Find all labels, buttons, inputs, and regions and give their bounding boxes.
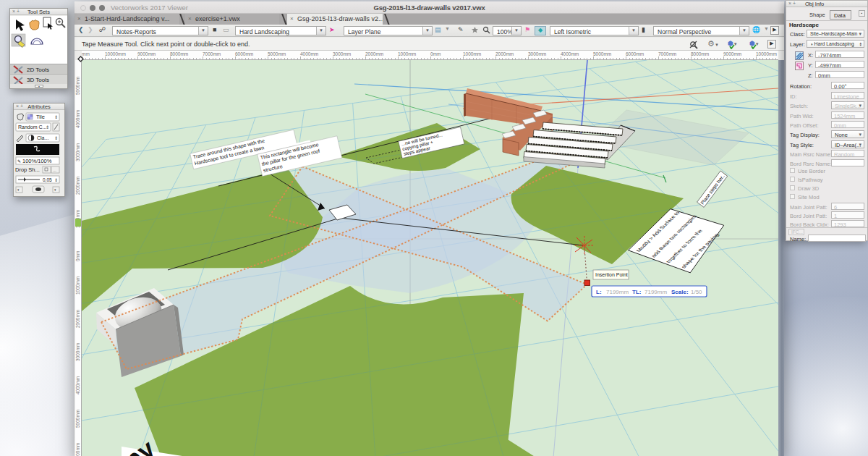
svg-text:Cla...: Cla... bbox=[37, 135, 48, 140]
svg-text:100%/100%: 100%/100% bbox=[22, 158, 52, 164]
svg-text:⇕: ⇕ bbox=[54, 115, 58, 119]
svg-text:Random C...: Random C... bbox=[18, 124, 46, 130]
svg-text:⇕: ⇕ bbox=[54, 178, 58, 182]
svg-text:Tile: Tile bbox=[36, 114, 45, 120]
svg-text:✎: ✎ bbox=[17, 159, 21, 164]
svg-text:⇕: ⇕ bbox=[54, 136, 58, 140]
svg-text:0,05: 0,05 bbox=[43, 177, 52, 182]
svg-text:7199mm: 7199mm bbox=[644, 289, 667, 295]
svg-text:Drop Sh...: Drop Sh... bbox=[15, 166, 40, 173]
svg-text:Scale:: Scale: bbox=[671, 289, 689, 295]
svg-text:7199mm: 7199mm bbox=[606, 289, 629, 295]
svg-text:⇕: ⇕ bbox=[46, 125, 49, 130]
svg-text:TL:: TL: bbox=[632, 289, 641, 295]
svg-text:Insertion Point: Insertion Point bbox=[595, 272, 628, 277]
svg-text:L:: L: bbox=[596, 289, 602, 295]
svg-text:1/50: 1/50 bbox=[691, 289, 702, 295]
svg-text:...: ... bbox=[53, 168, 56, 172]
